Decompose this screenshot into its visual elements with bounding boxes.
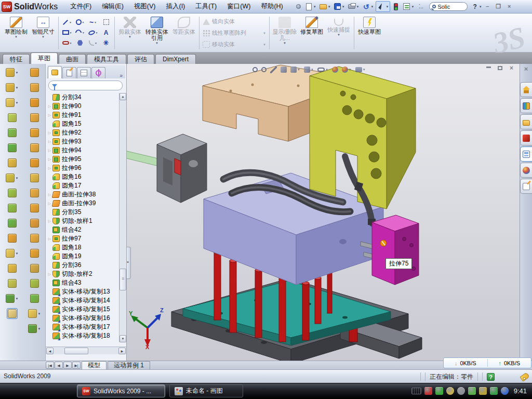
knit-surface-button[interactable] xyxy=(29,188,40,198)
new-document-button[interactable]: ▼ xyxy=(304,2,317,12)
display-style-button[interactable]: ▼ xyxy=(304,66,314,73)
vertical-scroll-thumb[interactable] xyxy=(119,269,126,290)
taskbar-window-1[interactable]: SWSolidWorks 2009 - ... xyxy=(77,384,165,397)
expand-arrow-icon[interactable]: ▷ xyxy=(47,113,52,117)
taskpane-tab-solidworks-search[interactable] xyxy=(520,130,532,145)
tab-模具工具[interactable]: 模具工具 xyxy=(87,54,126,64)
feature-tree-item[interactable]: ▷切除-放样2 xyxy=(47,270,118,278)
feature-tree-item[interactable]: 圆角18 xyxy=(47,243,118,252)
feature-tree-item[interactable]: ▷拉伸95 xyxy=(47,155,118,164)
menu-item[interactable]: 窗口(W) xyxy=(222,1,256,12)
text-button[interactable]: A xyxy=(100,28,112,37)
expand-arrow-icon[interactable]: ▷ xyxy=(47,131,52,135)
tray-certificate-icon[interactable] xyxy=(446,387,454,395)
plane-button[interactable] xyxy=(7,263,18,274)
rectangle-button[interactable]: ▼ xyxy=(61,28,73,37)
menu-item[interactable]: 插入(I) xyxy=(161,1,190,12)
panel-tab-overflow-icon[interactable]: » xyxy=(118,73,124,78)
tab-nav-button-1[interactable]: ◀ xyxy=(55,362,63,369)
polygon-button[interactable] xyxy=(74,38,86,48)
feature-tree-item[interactable]: ▷曲面-拉伸39 xyxy=(47,199,118,208)
ruled-surface-button[interactable] xyxy=(29,203,40,214)
taskpane-tab-custom-properties[interactable] xyxy=(520,179,532,194)
undo-button[interactable]: ↺▼ xyxy=(361,2,375,12)
feature-tree-item[interactable]: 实体-移动/复制14 xyxy=(47,296,118,305)
expand-arrow-icon[interactable]: ▷ xyxy=(47,237,52,241)
caret-icon[interactable]: ▼ xyxy=(38,327,41,330)
feature-tree-item[interactable]: 组合43 xyxy=(47,278,118,287)
axis-button[interactable] xyxy=(7,278,18,289)
move-copy-body-button[interactable] xyxy=(7,233,18,244)
caret-icon[interactable]: ▼ xyxy=(16,297,19,300)
ribbon-button-convert-entities[interactable]: 转换实体引用▼ xyxy=(144,15,170,51)
menu-item[interactable]: 工具(T) xyxy=(190,1,222,12)
planar-surface-button[interactable] xyxy=(29,157,40,168)
document-minimize-button[interactable] xyxy=(485,65,493,72)
feature-tree-item[interactable]: 圆角19 xyxy=(47,252,118,261)
trim-surface-button[interactable] xyxy=(29,263,40,274)
minimize-button[interactable]: – xyxy=(483,3,492,10)
green-rod[interactable] xyxy=(127,150,162,166)
feature-tree-item[interactable]: 圆角17 xyxy=(47,181,118,190)
linear-pattern-button[interactable]: ▼ xyxy=(5,172,20,183)
apply-scene-button[interactable]: ▼ xyxy=(342,66,352,73)
slot-button[interactable]: ▼ xyxy=(61,38,73,48)
caret-icon[interactable]: ▼ xyxy=(349,68,352,71)
tab-评估[interactable]: 评估 xyxy=(127,54,154,64)
replace-face-button[interactable] xyxy=(29,233,40,244)
tray-defender-shield-icon[interactable] xyxy=(435,387,443,395)
scroll-left-arrow[interactable]: ◀ xyxy=(46,348,54,354)
tab-nav-button-0[interactable]: |◀ xyxy=(46,362,54,369)
search-box[interactable]: Solic xyxy=(429,2,468,11)
feature-tree-item[interactable]: ▷切除-放样1 xyxy=(47,217,118,225)
tag-icon[interactable] xyxy=(520,372,529,381)
arc-button[interactable]: ▼ xyxy=(74,28,86,37)
fillet-surface-button[interactable] xyxy=(29,293,40,304)
feature-tree-item[interactable]: ▷拉伸90 xyxy=(47,102,118,111)
feature-tree-item[interactable]: 分割36 xyxy=(47,261,118,270)
taskbar-window-2[interactable]: 未命名 - 画图 xyxy=(169,384,243,397)
caret-icon[interactable]: ▼ xyxy=(16,252,19,255)
ribbon-button-smart-dimension[interactable]: ↔智能尺寸▼ xyxy=(30,15,56,51)
panel-tab-propertymanager[interactable] xyxy=(62,67,76,78)
search-input[interactable]: Solic xyxy=(437,4,450,10)
view-settings-button[interactable]: ▼ xyxy=(402,2,415,11)
panel-splitter-handle[interactable] xyxy=(127,247,131,279)
taskbar-clock[interactable]: 9:41 xyxy=(514,387,527,395)
expand-arrow-icon[interactable]: ▷ xyxy=(47,166,52,170)
feature-tree-item[interactable]: ▷拉伸93 xyxy=(47,137,118,146)
tab-曲面[interactable]: 曲面 xyxy=(59,54,86,64)
select-button[interactable]: ▼ xyxy=(376,1,391,12)
pin-button[interactable] xyxy=(294,2,303,11)
close-button[interactable]: × xyxy=(505,3,514,10)
split-button[interactable] xyxy=(7,188,18,198)
caret-icon[interactable]: ▼ xyxy=(363,68,366,71)
feature-tree-item[interactable]: ▷曲面-拉伸38 xyxy=(47,190,118,199)
feature-tree-item[interactable]: 实体-移动/复制13 xyxy=(47,287,118,296)
feature-tree-item[interactable]: 组合42 xyxy=(47,225,118,234)
swept-surface-button[interactable] xyxy=(29,67,40,78)
menu-item[interactable]: 编辑(E) xyxy=(97,1,129,12)
tray-network-warning-icon[interactable] xyxy=(479,387,487,395)
select-region-button[interactable] xyxy=(100,17,112,27)
scroll-right-arrow[interactable]: ▶ xyxy=(118,348,126,354)
tab-nav-button-3[interactable]: ▶| xyxy=(72,362,81,369)
feature-tree-item[interactable]: 实体-移动/复制16 xyxy=(47,314,118,323)
curve-button[interactable]: ▼ xyxy=(5,293,20,304)
task-pane-close-icon[interactable]: × xyxy=(520,65,532,73)
caret-icon[interactable]: ▼ xyxy=(16,177,19,180)
filled-surface-button[interactable] xyxy=(29,172,40,183)
shell-button[interactable] xyxy=(7,112,18,123)
expand-arrow-icon[interactable]: ▷ xyxy=(47,140,52,144)
scroll-down-arrow[interactable]: ▼ xyxy=(119,335,126,342)
feature-tree-item[interactable]: ▷拉伸97 xyxy=(47,234,118,243)
lofted-surface-button[interactable] xyxy=(29,112,40,123)
tray-volume-icon[interactable] xyxy=(457,387,465,395)
rib-button[interactable] xyxy=(7,127,18,138)
taskpane-tab-file-explorer[interactable] xyxy=(520,114,532,129)
split-body-button[interactable] xyxy=(7,203,18,214)
extended-surface-button[interactable] xyxy=(29,97,40,108)
yellow-bracket[interactable] xyxy=(310,66,416,209)
ribbon-button-rapid-sketch[interactable]: 快速草图 xyxy=(356,15,382,51)
document-restore-button[interactable] xyxy=(496,65,504,72)
